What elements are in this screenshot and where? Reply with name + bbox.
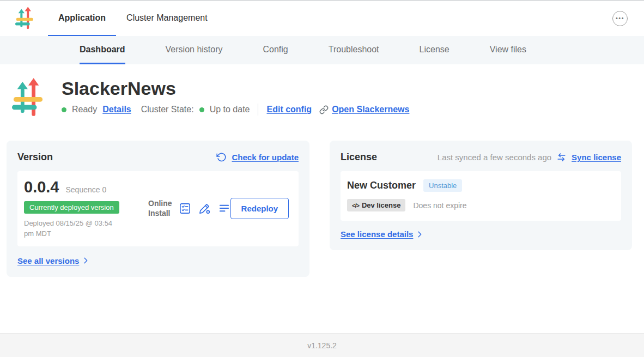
open-app-link[interactable]: Open Slackernews	[319, 105, 409, 114]
see-all-versions-label[interactable]: See all versions	[17, 256, 79, 265]
top-navigation: Application Cluster Management •••	[0, 1, 644, 36]
edit-config-link[interactable]: Edit config	[266, 105, 312, 114]
cluster-state-label: Cluster State:	[141, 105, 194, 114]
open-app-link-label[interactable]: Open Slackernews	[332, 105, 409, 114]
top-tabs: Application Cluster Management	[48, 1, 218, 36]
view-logs-icon[interactable]	[218, 202, 230, 215]
tab-application[interactable]: Application	[48, 1, 116, 36]
app-status-text: Ready	[72, 105, 97, 114]
dashboard-main: SlackerNews Ready Details Cluster State:…	[0, 64, 644, 277]
see-license-details-label[interactable]: See license details	[341, 229, 413, 239]
ellipsis-icon: •••	[616, 15, 624, 21]
subnav-item-version-history[interactable]: Version history	[166, 36, 223, 64]
app-status-row: Ready Details Cluster State: Up to date …	[62, 104, 409, 116]
see-license-details-link[interactable]: See license details	[341, 229, 424, 239]
subnav-item-dashboard[interactable]: Dashboard	[80, 36, 125, 64]
dashboard-cards: Version Check for update 0.0.4 Sequ	[7, 141, 632, 277]
version-info: 0.0.4 Sequence 0 Currently deployed vers…	[24, 178, 148, 239]
check-update-refresh-icon[interactable]	[216, 152, 227, 162]
page-footer: v1.125.2	[0, 333, 644, 357]
tab-cluster-management[interactable]: Cluster Management	[116, 1, 218, 36]
last-synced-text: Last synced a few seconds ago	[438, 153, 551, 162]
link-icon	[319, 105, 329, 114]
subnav-item-view-files[interactable]: View files	[490, 36, 526, 64]
app-status-dot	[62, 107, 66, 112]
currently-deployed-badge: Currently deployed version	[24, 201, 119, 214]
version-card-header: Version Check for update	[17, 152, 299, 163]
slackernews-logo-icon	[15, 7, 34, 31]
license-type-row: </> Dev license Does not expire	[347, 199, 615, 211]
page-title: SlackerNews	[62, 78, 409, 99]
app-logo[interactable]	[15, 1, 34, 36]
check-for-update-link[interactable]: Check for update	[232, 153, 299, 162]
more-menu-button[interactable]: •••	[612, 11, 628, 26]
app-icon	[12, 78, 44, 118]
subnav-item-troubleshoot[interactable]: Troubleshoot	[329, 36, 379, 64]
install-type-label: Online Install	[148, 199, 172, 218]
deployed-timestamp: Deployed 08/15/25 @ 03:54 pm MDT	[24, 219, 118, 239]
chevron-right-icon	[81, 256, 90, 265]
version-card-title: Version	[17, 152, 53, 163]
license-type-label: Dev license	[362, 201, 401, 209]
slackernews-logo-icon	[12, 78, 44, 118]
version-number: 0.0.4	[24, 178, 59, 196]
app-header: SlackerNews Ready Details Cluster State:…	[0, 64, 644, 118]
sync-license-link[interactable]: Sync license	[572, 153, 621, 162]
console-version-text: v1.125.2	[307, 341, 337, 350]
status-details-link[interactable]: Details	[102, 105, 131, 114]
config-tool-icon[interactable]	[198, 202, 211, 215]
customer-row: New Customer Unstable	[347, 179, 615, 192]
sequence-label: Sequence 0	[66, 185, 107, 194]
subnav-item-config[interactable]: Config	[263, 36, 288, 64]
redeploy-button[interactable]: Redeploy	[230, 198, 289, 219]
license-type-badge: </> Dev license	[347, 199, 405, 211]
customer-name: New Customer	[347, 180, 416, 191]
license-panel: New Customer Unstable </> Dev license Do…	[341, 171, 621, 221]
cluster-state-dot	[199, 107, 204, 112]
subnav-item-license[interactable]: License	[420, 36, 449, 64]
cluster-state-text: Up to date	[210, 105, 250, 114]
license-expiry-text: Does not expire	[413, 201, 466, 210]
version-card: Version Check for update 0.0.4 Sequ	[7, 141, 309, 277]
vertical-divider	[258, 104, 258, 116]
version-action-icons	[179, 202, 230, 215]
channel-badge: Unstable	[423, 179, 462, 192]
code-icon: </>	[352, 202, 359, 209]
sync-icon[interactable]	[556, 152, 567, 162]
license-card: License Last synced a few seconds ago Sy…	[330, 141, 632, 250]
app-subnav: Dashboard Version history Config Trouble…	[0, 36, 644, 64]
license-card-title: License	[341, 152, 377, 163]
see-all-versions-link[interactable]: See all versions	[17, 256, 90, 265]
license-card-header: License Last synced a few seconds ago Sy…	[341, 152, 621, 163]
chevron-right-icon	[415, 230, 424, 239]
release-notes-icon[interactable]	[179, 202, 191, 215]
current-version-panel: 0.0.4 Sequence 0 Currently deployed vers…	[17, 171, 299, 246]
